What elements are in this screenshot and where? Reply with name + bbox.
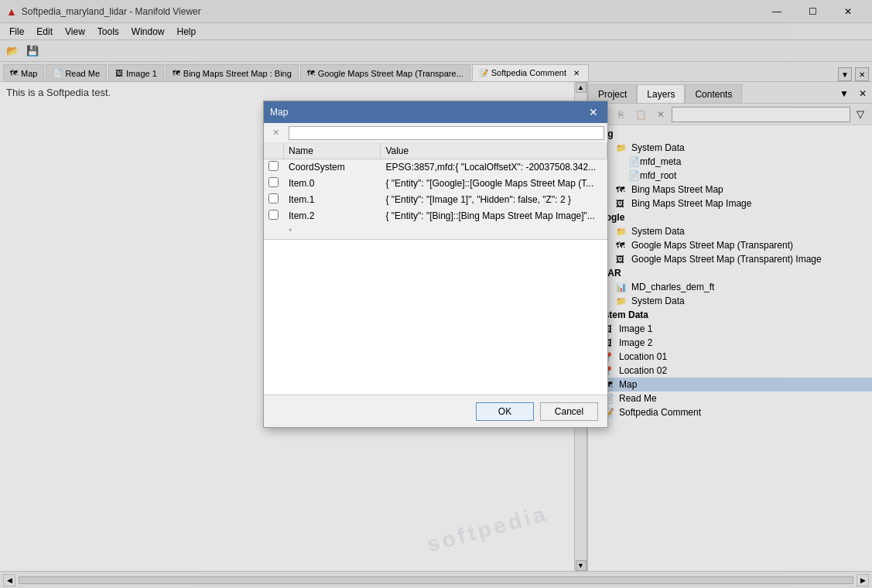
row-check-item0[interactable] bbox=[264, 176, 284, 192]
table-row[interactable]: * bbox=[264, 224, 607, 239]
map-dialog: Map ✕ ✕ Name Value C bbox=[263, 101, 608, 428]
row-check-item2[interactable] bbox=[264, 208, 284, 224]
modal-title: Map bbox=[270, 107, 586, 118]
row-check-item1[interactable] bbox=[264, 192, 284, 208]
modal-overlay: Map ✕ ✕ Name Value C bbox=[0, 0, 872, 588]
row-value-coordsystem: EPSG:3857,mfd:{ "LocalOffsetX": -2003750… bbox=[381, 159, 607, 176]
modal-close-button[interactable]: ✕ bbox=[586, 104, 601, 120]
col-value-header: Value bbox=[381, 143, 607, 159]
row-star-name: * bbox=[284, 224, 381, 239]
col-check-header bbox=[264, 143, 284, 159]
row-value-item0: { "Entity": "[Google]::[Google Maps Stre… bbox=[381, 176, 607, 192]
row-name-item1: Item.1 bbox=[284, 192, 381, 208]
modal-delete-button[interactable]: ✕ bbox=[267, 125, 284, 141]
modal-table: Name Value CoordSystem EPSG:3857,mfd:{ "… bbox=[264, 143, 607, 239]
row-name-item0: Item.0 bbox=[284, 176, 381, 192]
table-row[interactable]: Item.0 { "Entity": "[Google]::[Google Ma… bbox=[264, 176, 607, 192]
modal-table-container: Name Value CoordSystem EPSG:3857,mfd:{ "… bbox=[264, 143, 607, 240]
modal-titlebar: Map ✕ bbox=[264, 101, 607, 123]
col-name-header: Name bbox=[284, 143, 381, 159]
row-star-cell bbox=[264, 224, 284, 239]
modal-spacer bbox=[264, 240, 607, 395]
table-row[interactable]: Item.2 { "Entity": "[Bing]::[Bing Maps S… bbox=[264, 208, 607, 224]
row-name-item2: Item.2 bbox=[284, 208, 381, 224]
cancel-button[interactable]: Cancel bbox=[540, 402, 598, 421]
modal-search-input[interactable] bbox=[289, 126, 604, 140]
table-row[interactable]: CoordSystem EPSG:3857,mfd:{ "LocalOffset… bbox=[264, 159, 607, 176]
table-row[interactable]: Item.1 { "Entity": "[Image 1]", "Hidden"… bbox=[264, 192, 607, 208]
row-name-coordsystem: CoordSystem bbox=[284, 159, 381, 176]
modal-footer: OK Cancel bbox=[264, 395, 607, 427]
row-check-coordsystem[interactable] bbox=[264, 159, 284, 176]
modal-toolbar: ✕ bbox=[264, 123, 607, 143]
row-value-item1: { "Entity": "[Image 1]", "Hidden": false… bbox=[381, 192, 607, 208]
row-star-value bbox=[381, 224, 607, 239]
row-value-item2: { "Entity": "[Bing]::[Bing Maps Street M… bbox=[381, 208, 607, 224]
ok-button[interactable]: OK bbox=[476, 402, 534, 421]
